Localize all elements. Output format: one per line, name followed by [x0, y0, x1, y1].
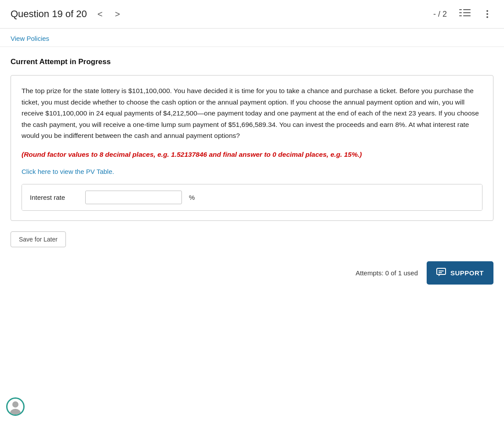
svg-rect-5 [463, 15, 471, 16]
svg-rect-3 [463, 12, 471, 13]
header: Question 19 of 20 < > - / 2 [0, 0, 504, 29]
question-box: The top prize for the state lottery is $… [11, 75, 493, 221]
percent-unit: % [189, 194, 195, 201]
support-chat-icon [436, 267, 446, 278]
svg-marker-7 [439, 274, 441, 276]
svg-rect-0 [459, 9, 462, 10]
main-content: Current Attempt in Progress The top priz… [0, 47, 504, 293]
save-for-later-button[interactable]: Save for Later [11, 231, 66, 247]
question-counter: Question 19 of 20 [11, 8, 87, 20]
svg-rect-8 [439, 271, 444, 271]
interest-rate-input[interactable] [85, 191, 182, 204]
more-options-icon[interactable] [481, 8, 493, 20]
svg-rect-9 [439, 272, 442, 273]
attempts-used: Attempts: 0 of 1 used [355, 269, 418, 277]
pv-table-link[interactable]: Click here to view the PV Table. [22, 168, 482, 175]
svg-point-10 [12, 401, 18, 408]
svg-point-11 [10, 409, 21, 415]
answer-row: Interest rate % [22, 184, 482, 210]
next-question-button[interactable]: > [111, 9, 123, 19]
attempt-status: Current Attempt in Progress [11, 58, 493, 66]
avatar [6, 397, 27, 418]
interest-rate-label: Interest rate [30, 194, 78, 201]
svg-rect-2 [459, 12, 462, 13]
svg-rect-4 [459, 15, 462, 16]
question-note: (Round factor values to 8 decimal places… [22, 149, 482, 160]
list-icon[interactable] [459, 8, 471, 20]
answer-table: Interest rate % [22, 184, 482, 211]
svg-rect-1 [463, 9, 471, 10]
support-label: SUPPORT [450, 269, 484, 277]
prev-question-button[interactable]: < [94, 9, 106, 19]
bottom-row: Attempts: 0 of 1 used SUPPORT [11, 261, 493, 285]
support-button[interactable]: SUPPORT [427, 261, 493, 285]
view-policies-link[interactable]: View Policies [0, 29, 504, 47]
score-display: - / 2 [433, 10, 447, 19]
question-text: The top prize for the state lottery is $… [22, 85, 482, 141]
